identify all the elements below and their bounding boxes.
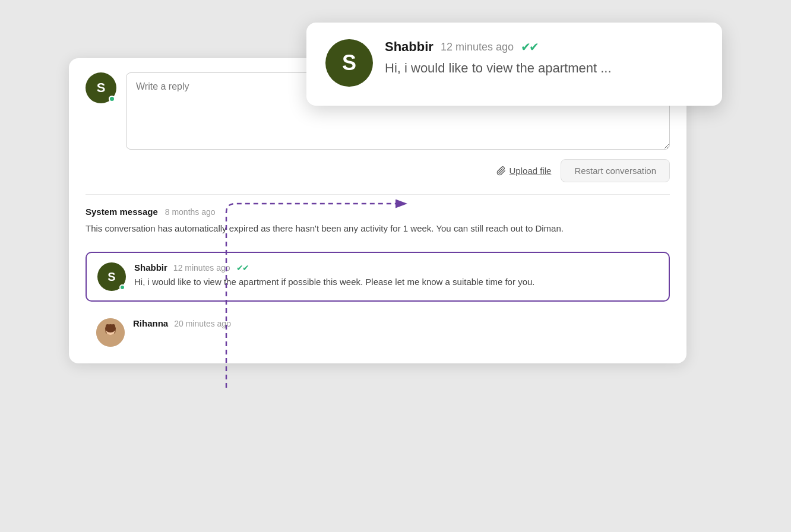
system-message-text: This conversation has automatically expi… bbox=[86, 221, 670, 235]
notification-body: Shabbir 12 minutes ago ✔✔ Hi, i would li… bbox=[385, 39, 703, 78]
shabbir-message-header: Shabbir 12 minutes ago ✔✔ bbox=[134, 262, 658, 273]
reply-avatar: S bbox=[86, 72, 116, 103]
system-message-time: 8 months ago bbox=[165, 207, 216, 217]
shabbir-avatar: S bbox=[97, 262, 126, 291]
restart-conversation-button[interactable]: Restart conversation bbox=[561, 159, 670, 182]
shabbir-sender-name: Shabbir bbox=[134, 262, 167, 273]
notification-avatar: S bbox=[325, 39, 373, 87]
rihanna-message-time: 20 minutes ago bbox=[174, 319, 231, 328]
rihanna-message-body: Rihanna 20 minutes ago bbox=[133, 318, 659, 331]
rihanna-avatar bbox=[96, 318, 125, 347]
svg-point-7 bbox=[112, 324, 115, 329]
shabbir-message-item: S Shabbir 12 minutes ago ✔✔ Hi, i would … bbox=[86, 252, 670, 302]
system-message-section: System message 8 months ago This convers… bbox=[69, 195, 686, 245]
shabbir-message-time: 12 minutes ago bbox=[173, 263, 230, 273]
rihanna-avatar-illustration bbox=[96, 318, 125, 347]
shabbir-online-dot bbox=[119, 284, 125, 290]
shabbir-message-text: Hi, i would like to view the apartment i… bbox=[134, 276, 658, 289]
shabbir-read-receipt: ✔✔ bbox=[236, 263, 248, 273]
system-message-label: System message bbox=[86, 207, 158, 217]
system-message-header: System message 8 months ago bbox=[86, 207, 670, 217]
notification-time: 12 minutes ago bbox=[441, 41, 514, 53]
shabbir-message-body: Shabbir 12 minutes ago ✔✔ Hi, i would li… bbox=[134, 262, 658, 289]
reply-actions: Upload file Restart conversation bbox=[69, 159, 686, 194]
notification-sender-name: Shabbir bbox=[385, 39, 434, 55]
notification-message-preview: Hi, i would like to view the apartment .… bbox=[385, 59, 703, 78]
rihanna-sender-name: Rihanna bbox=[133, 318, 168, 328]
notification-header: Shabbir 12 minutes ago ✔✔ bbox=[385, 39, 703, 55]
online-status-dot bbox=[109, 96, 115, 102]
notification-read-receipt: ✔✔ bbox=[521, 40, 537, 54]
paperclip-icon bbox=[496, 166, 506, 176]
notification-card: S Shabbir 12 minutes ago ✔✔ Hi, i would … bbox=[306, 23, 722, 106]
svg-point-6 bbox=[106, 324, 109, 329]
rihanna-message-item: Rihanna 20 minutes ago bbox=[86, 309, 670, 356]
upload-file-button[interactable]: Upload file bbox=[496, 166, 552, 176]
rihanna-message-header: Rihanna 20 minutes ago bbox=[133, 318, 659, 328]
